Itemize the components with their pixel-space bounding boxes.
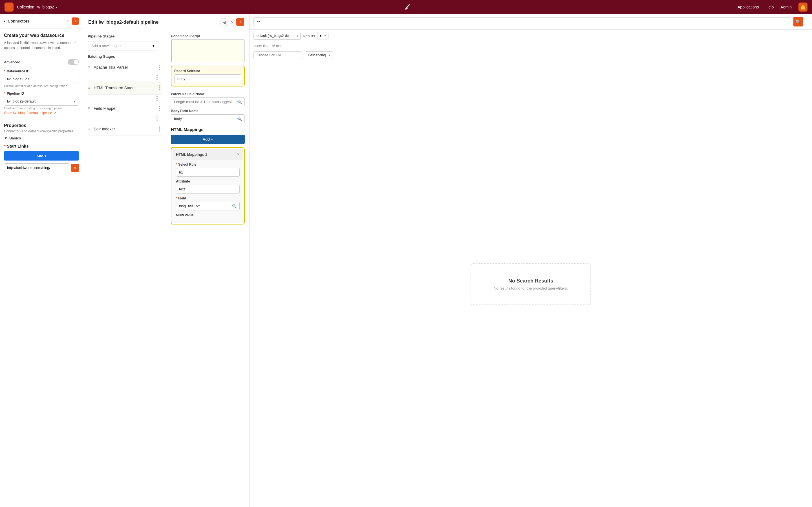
stage-options-icon[interactable]: [157, 105, 161, 112]
mapping-card-close-button[interactable]: ×: [237, 152, 240, 157]
attribute-group: Attribute: [176, 179, 240, 193]
pipeline-id-select-wrapper: lw_blogs2-default: [4, 97, 79, 106]
add-start-link-button[interactable]: Add +: [4, 151, 79, 161]
main-layout: ‹ Connectors × + Create your web datasou…: [0, 14, 812, 507]
chevron-down-icon: ▾: [56, 6, 57, 9]
basics-arrow-icon: ▼: [4, 136, 8, 140]
search-execute-button[interactable]: 🔍: [794, 17, 803, 26]
advanced-row: Advanced: [4, 59, 79, 65]
middle-panel-header: Edit lw_blogs2-default pipeline ◀ × +: [83, 14, 249, 30]
right-panel-sub-header: default (lw_blogs2-de... ▾ Results ▾: [250, 30, 812, 42]
connectors-label: Connectors: [8, 19, 30, 23]
no-results-area: No Search Results No results found for t…: [250, 61, 812, 507]
stage-item[interactable]: ≡ Solr Indexer: [88, 122, 161, 136]
back-arrow-icon: ‹: [4, 18, 5, 24]
stage-name: Field Mapper: [94, 106, 154, 111]
connectors-title[interactable]: ‹ Connectors: [4, 18, 30, 24]
pipeline-stages-title: Pipeline Stages: [88, 34, 161, 38]
drag-handle-icon: ≡: [88, 65, 90, 70]
search-icon: 🔍: [232, 204, 237, 209]
results-select[interactable]: ▾: [317, 32, 328, 40]
add-stage-dropdown[interactable]: Add a new stage + ▾: [88, 41, 158, 50]
notifications-button[interactable]: 🔔: [799, 3, 808, 11]
close-panel-button[interactable]: ×: [66, 18, 69, 24]
stage-item[interactable]: ≡ HTML Transform Stage: [88, 81, 161, 95]
advanced-toggle[interactable]: [68, 59, 79, 65]
field-input-wrapper: 🔍: [176, 202, 240, 210]
stage-options-icon[interactable]: [157, 64, 161, 70]
conditional-script-label: Conditional Script: [171, 34, 245, 38]
right-panel: 🔍 default (lw_blogs2-de... ▾ Results ▾ q…: [250, 14, 812, 507]
existing-stages-title: Existing Stages: [88, 54, 161, 59]
nav-applications[interactable]: Applications: [738, 5, 759, 9]
add-html-mapping-button[interactable]: Add +: [171, 135, 245, 144]
stage-item[interactable]: ≡ Apache Tika Parser: [88, 61, 161, 74]
body-field-input-wrapper: 🔍: [171, 114, 245, 123]
app-logo: 𝓁: [405, 3, 407, 11]
pipeline-id-group: * Pipeline ID lw_blogs2-default Identifi…: [4, 92, 79, 115]
left-panel-actions: × +: [66, 17, 79, 25]
datasource-description: A fast and flexible web crawler with a n…: [4, 40, 79, 50]
stage-dots-icon: [155, 95, 159, 101]
parent-id-input[interactable]: [171, 98, 245, 106]
divider-2: [4, 119, 79, 119]
sort-order-select[interactable]: Descending Ascending: [305, 51, 333, 59]
remove-link-button[interactable]: ×: [71, 164, 79, 172]
open-pipeline-link[interactable]: Open lw_blogs2-default pipeline ↗: [4, 111, 79, 115]
nav-admin[interactable]: Admin: [780, 5, 792, 9]
start-link-input[interactable]: [4, 163, 69, 172]
select-rule-input[interactable]: [176, 168, 240, 177]
datasource-id-input[interactable]: [4, 75, 79, 83]
dropdown-arrow-icon: ▾: [153, 44, 154, 48]
pipeline-id-hint: Identifier of an existing processing pip…: [4, 107, 79, 110]
stage-name: HTML Transform Stage: [94, 86, 154, 90]
mapping-card-body: * Select Rule Attribute: [172, 160, 243, 223]
pipeline-id-select[interactable]: lw_blogs2-default: [4, 97, 79, 106]
search-icon: 🔍: [795, 19, 801, 24]
attribute-input[interactable]: [176, 185, 240, 193]
field-label: * Field: [176, 196, 240, 200]
record-selector-wrapper: Record Selector: [171, 66, 245, 89]
select-rule-group: * Select Rule: [176, 163, 240, 177]
field-input[interactable]: [176, 202, 240, 210]
results-label: Results: [303, 34, 315, 38]
parent-id-label: Parent ID Field Name: [171, 92, 245, 96]
basics-section[interactable]: ▼ Basics: [4, 136, 79, 140]
datasource-id-label: * Datasource ID: [4, 69, 79, 73]
parent-id-group: Parent ID Field Name 🔍: [171, 92, 245, 106]
close-middle-panel-button[interactable]: ×: [231, 18, 234, 26]
left-panel-content: Create your web datasource A fast and fl…: [0, 29, 83, 177]
middle-panel-actions: ◀ × +: [220, 18, 244, 26]
sort-controls: Descending Ascending: [250, 50, 812, 61]
query-time: query-time: 16 ms: [250, 42, 812, 50]
stage-name: Solr Indexer: [94, 127, 154, 131]
conditional-script-input[interactable]: [171, 40, 245, 62]
mapping-card-header: HTML Mappings 1 ×: [172, 149, 243, 160]
advanced-label: Advanced: [4, 60, 20, 64]
stage-options-icon[interactable]: [157, 85, 161, 91]
record-selector-input[interactable]: [174, 74, 241, 83]
results-arrow-wrapper: ▾: [317, 32, 328, 40]
no-results-title: No Search Results: [494, 278, 568, 284]
nav-help[interactable]: Help: [766, 5, 774, 9]
nav-add-button[interactable]: +: [4, 3, 13, 11]
add-connector-button[interactable]: +: [71, 17, 79, 25]
collection-selector[interactable]: Collection: lw_blogs2 ▾: [17, 5, 57, 9]
left-panel-header: ‹ Connectors × +: [0, 14, 83, 29]
create-datasource-title: Create your web datasource: [4, 33, 79, 38]
form-column: Conditional Script Record Selector Paren…: [166, 30, 249, 507]
record-selector-group: Record Selector: [171, 66, 245, 87]
search-icon: 🔍: [237, 117, 242, 121]
parent-id-input-wrapper: 🔍: [171, 98, 245, 106]
back-nav-button[interactable]: ◀: [220, 18, 229, 26]
sort-field-input[interactable]: [253, 51, 302, 59]
add-stage-button[interactable]: +: [236, 18, 244, 26]
stage-dots-icon: [155, 75, 159, 81]
stage-item[interactable]: ≡ Field Mapper: [88, 102, 161, 115]
search-input[interactable]: [253, 17, 791, 26]
stage-dots-icon: [155, 116, 159, 122]
body-field-input[interactable]: [171, 114, 245, 123]
conditional-script-group: Conditional Script: [171, 34, 245, 63]
stage-options-icon[interactable]: [157, 126, 161, 132]
pipeline-select[interactable]: default (lw_blogs2-de...: [253, 32, 301, 40]
